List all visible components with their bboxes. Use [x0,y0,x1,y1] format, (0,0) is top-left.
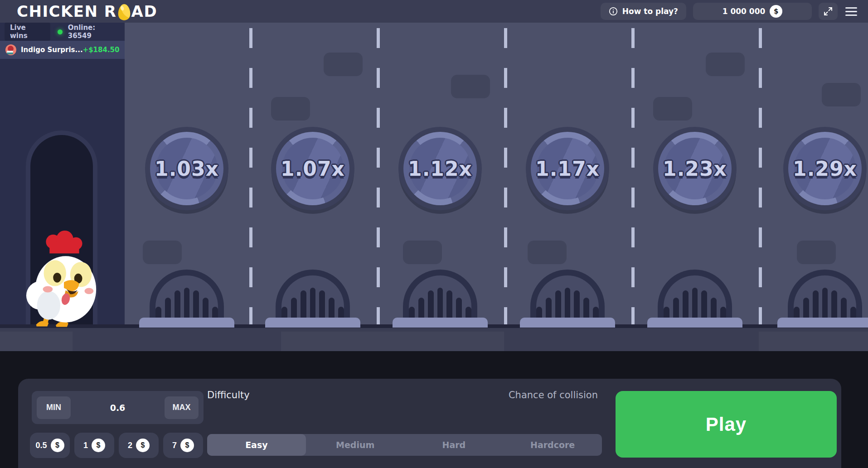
quick-bet-value: 0.5 [35,441,47,450]
difficulty-tab-medium[interactable]: Medium [306,434,405,456]
multiplier-cap-ring: 1.07x [276,132,349,205]
road-patch [706,53,745,76]
logo-text-left: CHICKEN R [17,4,117,19]
multiplier-cap-ring: 1.29x [788,132,862,205]
quick-bet-button[interactable]: 1$ [74,433,114,458]
road-patch [271,97,310,121]
quick-bet-button[interactable]: 0.5$ [30,433,70,458]
multiplier-cap-face: 1.23x [664,138,726,199]
multiplier-cap-ring: 1.23x [658,132,732,205]
road: 1.03x1.07x1.12x1.17x1.23x1.29x [125,23,868,328]
online-status-dot [58,29,63,34]
road-patch [324,53,363,76]
player-avatar [5,44,16,55]
fullscreen-button[interactable] [819,3,838,20]
grate-curb [777,318,868,328]
multiplier-cap-face: 1.29x [794,138,856,199]
multiplier-value: 1.03x [155,157,219,180]
difficulty-tab-easy[interactable]: Easy [207,434,306,456]
topbar-right: How to play? 1 000 000 $ [601,3,858,20]
sidewalk [0,324,868,351]
coin-icon: $ [51,439,64,452]
grate-curb [265,318,360,328]
multiplier-value: 1.23x [663,157,727,180]
multiplier-value: 1.17x [535,157,600,180]
live-win-row: Indigo Surpris... +$184.50 [0,41,125,59]
win-amount: +$184.50 [83,46,120,54]
multiplier-value: 1.29x [793,157,857,180]
bet-amount-box: MIN 0.6 MAX [32,391,204,424]
difficulty-tab-hardcore[interactable]: Hardcore [503,434,602,456]
multiplier-value: 1.12x [408,157,472,180]
lane-divider-dash [504,28,507,328]
quick-bet-button[interactable]: 7$ [163,433,203,458]
app-logo: CHICKEN R AD [17,2,157,20]
grate-curb [520,318,615,328]
road-patch [403,241,442,264]
topbar: CHICKEN R AD How to play? 1 000 000 $ [0,0,868,23]
egg-logo-icon [117,3,131,21]
quick-bet-value: 1 [83,441,88,450]
live-wins-sidebar: Live wins Online: 36549 Indigo Surpris..… [0,23,125,328]
multiplier-cap: 1.17x [526,127,609,210]
balance-display: 1 000 000 $ [693,3,812,20]
coin-icon: $ [92,439,105,452]
road-patch [822,83,861,106]
multiplier-cap: 1.29x [783,127,867,210]
lane-divider-dash [249,28,252,328]
multiplier-cap-ring: 1.17x [531,132,604,205]
coin-icon: $ [180,439,194,452]
lane-divider-dash [631,28,635,328]
info-icon [609,7,618,16]
multiplier-cap-ring: 1.12x [403,132,477,205]
lane-divider-dash [759,28,762,328]
chicken-character [23,228,103,327]
multiplier-cap-face: 1.17x [537,138,598,199]
multiplier-cap: 1.07x [271,127,354,210]
grate-curb [647,318,742,328]
coin-icon: $ [770,5,782,18]
how-to-play-label: How to play? [622,7,678,16]
difficulty-tabs: EasyMediumHardHardcore [207,434,602,456]
multiplier-cap: 1.03x [145,127,228,210]
chance-of-collision-label: Chance of collision [509,390,598,400]
quick-bet-row: 0.5$1$2$7$ [30,433,203,458]
how-to-play-button[interactable]: How to play? [601,3,686,20]
quick-bet-value: 7 [172,441,177,450]
quick-bet-button[interactable]: 2$ [119,433,159,458]
road-patch [528,241,567,264]
grate-curb [139,318,234,328]
multiplier-value: 1.07x [281,157,345,180]
online-count: Online: 36549 [68,24,120,40]
road-patch [797,241,836,264]
logo-text-right: AD [131,4,158,19]
difficulty-tab-hard[interactable]: Hard [405,434,504,456]
multiplier-cap-face: 1.03x [156,138,218,199]
road-patch [653,97,692,121]
fullscreen-icon [823,6,833,16]
max-bet-button[interactable]: MAX [165,396,199,419]
multiplier-cap: 1.23x [653,127,737,210]
menu-button[interactable] [844,5,858,19]
grate-curb [393,318,488,328]
coin-icon: $ [136,439,150,452]
multiplier-cap-face: 1.12x [409,138,471,199]
lane-divider-dash [377,28,380,328]
quick-bet-value: 2 [128,441,132,450]
road-patch [451,75,490,98]
bet-amount-input[interactable]: 0.6 [110,403,126,413]
game-stage: 1.03x1.07x1.12x1.17x1.23x1.29x Live wins… [0,23,868,328]
sidebar-header: Live wins Online: 36549 [0,23,125,41]
balance-value: 1 000 000 [723,7,766,16]
live-wins-tab[interactable]: Live wins [5,21,50,43]
road-patch [143,241,182,264]
multiplier-cap: 1.12x [398,127,482,210]
bet-control-panel: MIN 0.6 MAX 0.5$1$2$7$ Difficulty Chance… [18,379,841,468]
play-button[interactable]: Play [616,391,837,458]
multiplier-cap-ring: 1.03x [150,132,223,205]
difficulty-label: Difficulty [207,390,250,400]
player-name: Indigo Surpris... [21,46,83,54]
multiplier-cap-face: 1.07x [282,138,344,199]
min-bet-button[interactable]: MIN [37,396,71,419]
menu-icon [845,7,857,9]
